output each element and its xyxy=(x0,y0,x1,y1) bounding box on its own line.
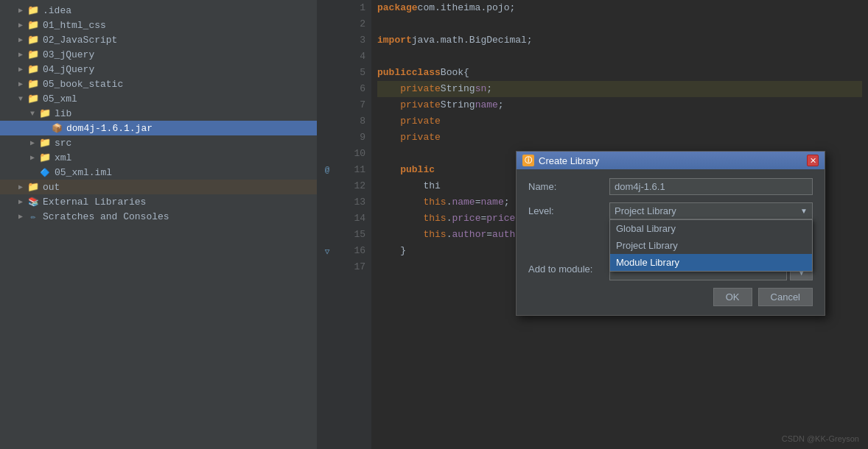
dialog-cancel-button[interactable]: Cancel xyxy=(758,288,813,306)
gutter-13 xyxy=(317,194,337,211)
file-tree[interactable]: ▶ 📁 .idea ▶ 📁 01_html_css ▶ 📁 02_JavaScr… xyxy=(0,0,317,449)
collapse-arrow-js: ▶ xyxy=(15,35,27,44)
sidebar-item-book-static[interactable]: ▶ 📁 05_book_static xyxy=(0,77,317,91)
gutter-11: @ xyxy=(317,162,337,178)
sidebar-item-xml-root[interactable]: ▼ 📁 05_xml xyxy=(0,91,317,106)
dialog-icon: ⓘ xyxy=(522,155,534,166)
collapse-arrow-xml: ▼ xyxy=(15,95,27,103)
spacer-iml xyxy=(27,169,38,177)
line-num-13: 13 xyxy=(340,194,365,211)
dialog-level-dropdown[interactable]: Global Library Project Library Module Li… xyxy=(609,219,813,272)
line-num-6: 6 xyxy=(340,81,365,97)
dialog-name-row: Name: xyxy=(528,178,813,195)
collapse-arrow-ext: ▶ xyxy=(15,197,27,206)
gutter: @ ▽ xyxy=(317,0,337,449)
folder-icon-lib: 📁 xyxy=(38,107,52,119)
gutter-2 xyxy=(317,16,337,32)
dropdown-arrow-icon: ▼ xyxy=(800,207,808,215)
dialog-buttons: OK Cancel xyxy=(528,288,813,306)
dialog-ok-button[interactable]: OK xyxy=(713,288,752,306)
sidebar-item-label: src xyxy=(55,138,71,149)
sidebar-item-html-css[interactable]: ▶ 📁 01_html_css xyxy=(0,18,317,32)
gutter-9 xyxy=(317,130,337,146)
sidebar-item-lib[interactable]: ▼ 📁 lib xyxy=(0,106,317,121)
gutter-16: ▽ xyxy=(317,243,337,259)
line-num-12: 12 xyxy=(340,178,365,194)
dialog-level-selected: Project Library xyxy=(615,205,676,216)
sidebar-item-jquery2[interactable]: ▶ 📁 04_jQuery xyxy=(0,62,317,77)
collapse-arrow-xml-f: ▶ xyxy=(27,153,38,162)
folder-icon-bs: 📁 xyxy=(27,78,40,90)
gutter-3 xyxy=(317,32,337,49)
dialog-title: Create Library xyxy=(539,155,599,166)
gutter-8 xyxy=(317,113,337,130)
line-num-1: 1 xyxy=(340,0,365,16)
folder-icon-out: 📁 xyxy=(27,181,40,193)
code-line-8: private xyxy=(377,113,862,130)
line-num-4: 4 xyxy=(340,49,365,65)
gutter-14 xyxy=(317,211,337,227)
folder-icon-html: 📁 xyxy=(27,19,40,31)
sidebar-item-jquery1[interactable]: ▶ 📁 03_jQuery xyxy=(0,47,317,62)
dialog-level-select[interactable]: Project Library ▼ xyxy=(609,202,813,219)
folder-icon-jq2: 📁 xyxy=(27,63,40,75)
dropdown-option-module[interactable]: Module Library xyxy=(610,254,812,271)
collapse-arrow-scratches: ▶ xyxy=(15,212,27,221)
folder-icon-xml-root: 📁 xyxy=(27,93,40,105)
iml-icon: 🔷 xyxy=(38,166,52,178)
sidebar-item-label: out xyxy=(43,182,60,193)
gutter-12 xyxy=(317,178,337,194)
collapse-arrow-jq1: ▶ xyxy=(15,50,27,59)
sidebar-item-label: .idea xyxy=(43,5,71,16)
sidebar-item-label: 05_book_static xyxy=(43,79,123,90)
create-library-dialog[interactable]: ⓘ Create Library ✕ Name: Level: Projec xyxy=(516,151,825,316)
dialog-close-button[interactable]: ✕ xyxy=(807,155,819,166)
sidebar-item-idea[interactable]: ▶ 📁 .idea xyxy=(0,3,317,18)
sidebar-item-scratches[interactable]: ▶ ✏️ Scratches and Consoles xyxy=(0,209,317,224)
collapse-arrow-html: ▶ xyxy=(15,21,27,29)
collapse-arrow-src: ▶ xyxy=(27,138,38,147)
sidebar-item-js[interactable]: ▶ 📁 02_JavaScript xyxy=(0,32,317,47)
line-numbers: 1 2 3 4 5 6 7 8 9 10 11 12 13 14 15 16 1… xyxy=(337,0,371,449)
scratches-icon: ✏️ xyxy=(27,211,40,222)
line-num-7: 7 xyxy=(340,97,365,113)
sidebar-item-label: 02_JavaScript xyxy=(43,35,117,46)
line-num-15: 15 xyxy=(340,227,365,243)
dropdown-option-global[interactable]: Global Library xyxy=(610,220,812,237)
dialog-name-input[interactable] xyxy=(609,178,813,195)
jar-icon: 📦 xyxy=(50,122,63,134)
dialog-level-select-container[interactable]: Project Library ▼ Global Library Project… xyxy=(609,202,813,219)
sidebar-item-dom4j-jar[interactable]: 📦 dom4j-1.6.1.jar xyxy=(0,121,317,135)
sidebar-item-src[interactable]: ▶ 📁 src xyxy=(0,135,317,150)
sidebar-item-out[interactable]: ▶ 📁 out xyxy=(0,180,317,194)
code-line-7: private String name; xyxy=(377,97,862,113)
collapse-arrow-idea: ▶ xyxy=(15,6,27,15)
dialog-title-left: ⓘ Create Library xyxy=(522,155,599,166)
line-num-14: 14 xyxy=(340,211,365,227)
code-line-9: private xyxy=(377,130,862,146)
sidebar-item-iml[interactable]: 🔷 05_xml.iml xyxy=(0,165,317,180)
collapse-arrow-lib: ▼ xyxy=(27,110,38,118)
sidebar-item-label: dom4j-1.6.1.jar xyxy=(66,123,153,134)
sidebar-item-label: Scratches and Consoles xyxy=(43,211,169,222)
line-num-17: 17 xyxy=(340,259,365,275)
gutter-5 xyxy=(317,65,337,81)
code-line-6: private String sn; xyxy=(377,81,862,97)
sidebar-item-label: 03_jQuery xyxy=(43,49,94,60)
line-num-3: 3 xyxy=(340,32,365,49)
dialog-title-bar: ⓘ Create Library ✕ xyxy=(517,152,825,169)
sidebar-item-xml-folder[interactable]: ▶ 📁 xml xyxy=(0,150,317,165)
sidebar-item-ext-libs[interactable]: ▶ 📚 External Libraries xyxy=(0,194,317,209)
sidebar-item-label: 04_jQuery xyxy=(43,64,94,75)
dialog-name-label: Name: xyxy=(528,181,609,192)
folder-icon-xml-f: 📁 xyxy=(38,152,52,163)
code-line-2 xyxy=(377,16,862,32)
sidebar-item-label: 05_xml.iml xyxy=(55,167,112,178)
ext-lib-icon: 📚 xyxy=(27,196,40,208)
gutter-1 xyxy=(317,0,337,16)
line-num-9: 9 xyxy=(340,130,365,146)
gutter-4 xyxy=(317,49,337,65)
collapse-arrow-bs: ▶ xyxy=(15,79,27,88)
dropdown-option-project[interactable]: Project Library xyxy=(610,237,812,254)
folder-icon-jq1: 📁 xyxy=(27,49,40,60)
